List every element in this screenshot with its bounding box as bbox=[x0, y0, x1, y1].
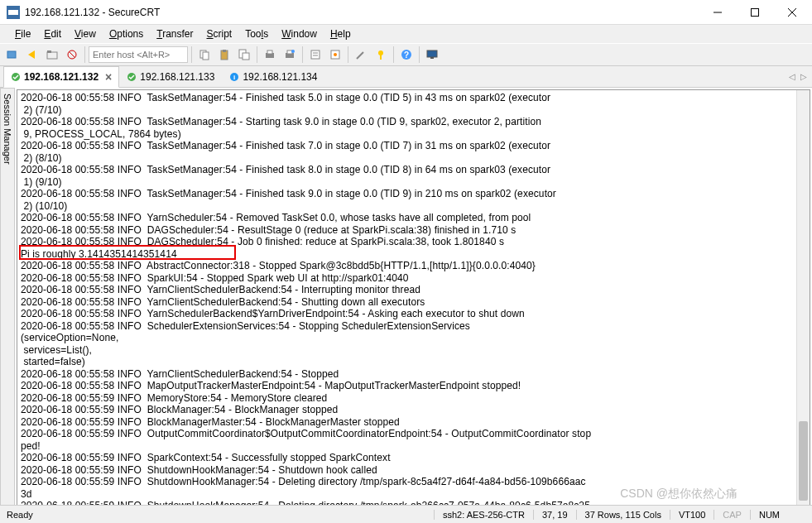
highlight-box bbox=[19, 245, 236, 260]
check-icon bbox=[11, 72, 21, 82]
terminal-line: 2020-06-18 00:55:58 INFO MapOutputTracke… bbox=[21, 380, 806, 392]
terminal[interactable]: 2020-06-18 00:55:58 INFO TaskSetManager:… bbox=[17, 89, 810, 521]
title-bar: 192.168.121.132 - SecureCRT bbox=[0, 0, 812, 25]
menu-edit[interactable]: Edit bbox=[39, 26, 66, 41]
minimize-button[interactable] bbox=[699, 1, 736, 24]
tab-1[interactable]: 192.168.121.133 bbox=[119, 67, 222, 87]
terminal-line: 2020-06-18 00:55:59 INFO OutputCommitCoo… bbox=[21, 428, 806, 440]
menu-transfer[interactable]: Transfer bbox=[151, 26, 198, 41]
tab-prev-icon[interactable]: ◁ bbox=[787, 72, 797, 81]
tab-label: 192.168.121.132 bbox=[24, 71, 98, 83]
menu-script[interactable]: Script bbox=[202, 26, 238, 41]
print-screen-icon[interactable] bbox=[281, 46, 299, 64]
svg-rect-17 bbox=[243, 53, 249, 60]
tab-0[interactable]: 192.168.121.132 × bbox=[3, 66, 119, 88]
terminal-line: 2020-06-18 00:55:58 INFO AbstractConnect… bbox=[21, 260, 806, 272]
svg-point-22 bbox=[291, 50, 295, 53]
terminal-line: 9, PROCESS_LOCAL, 7864 bytes) bbox=[21, 128, 806, 141]
tab-close-icon[interactable]: × bbox=[105, 70, 112, 84]
svg-rect-29 bbox=[380, 55, 382, 60]
terminal-line: 2020-06-18 00:55:59 INFO MemoryStore:54 … bbox=[21, 392, 806, 405]
toolbar: ? bbox=[0, 43, 812, 66]
terminal-line: 2020-06-18 00:55:58 INFO YarnClientSched… bbox=[21, 368, 806, 381]
svg-rect-33 bbox=[430, 57, 434, 59]
host-input[interactable] bbox=[89, 46, 188, 63]
status-term: VT100 bbox=[670, 510, 714, 520]
terminal-line: 2020-06-18 00:55:59 INFO ShutdownHookMan… bbox=[21, 464, 806, 477]
menu-help[interactable]: Help bbox=[325, 26, 356, 41]
maximize-button[interactable] bbox=[736, 1, 773, 24]
svg-point-27 bbox=[334, 53, 337, 56]
svg-rect-8 bbox=[47, 52, 57, 59]
tab-next-icon[interactable]: ▷ bbox=[799, 72, 809, 81]
terminal-line: 2020-06-18 00:55:58 INFO YarnScheduler:5… bbox=[21, 212, 806, 224]
reconnect-icon[interactable] bbox=[63, 46, 81, 64]
terminal-line: 2) (7/10) bbox=[21, 104, 806, 117]
menu-tools[interactable]: Tools bbox=[240, 26, 273, 41]
connect-tab-icon[interactable] bbox=[43, 46, 61, 64]
menu-window[interactable]: Window bbox=[276, 26, 322, 41]
quick-connect-icon[interactable] bbox=[23, 46, 41, 64]
scrollbar-thumb[interactable] bbox=[799, 421, 808, 501]
terminal-line: started=false) bbox=[21, 356, 806, 368]
app-icon bbox=[7, 6, 20, 19]
terminal-line: 2020-06-18 00:55:58 INFO TaskSetManager:… bbox=[21, 92, 806, 104]
svg-rect-7 bbox=[7, 51, 16, 58]
terminal-line: 2) (10/10) bbox=[21, 200, 806, 213]
terminal-line: 2020-06-18 00:55:58 INFO TaskSetManager:… bbox=[21, 164, 806, 176]
tabs-row: 192.168.121.132 × 192.168.121.133 i 192.… bbox=[0, 66, 812, 88]
svg-rect-15 bbox=[223, 50, 226, 52]
status-cap: CAP bbox=[714, 510, 750, 520]
tools-icon[interactable] bbox=[352, 46, 370, 64]
svg-text:i: i bbox=[233, 74, 235, 81]
check-icon bbox=[127, 72, 137, 82]
terminal-line: 2020-06-18 00:55:58 INFO SchedulerExtens… bbox=[21, 320, 806, 333]
keymap-icon[interactable] bbox=[372, 46, 390, 64]
paste-icon[interactable] bbox=[215, 46, 233, 64]
status-num: NUM bbox=[750, 510, 788, 520]
terminal-line: 2020-06-18 00:55:58 INFO TaskSetManager:… bbox=[21, 188, 806, 200]
tab-2[interactable]: i 192.168.121.134 bbox=[222, 67, 324, 87]
watermark: CSDN @想你依然心痛 bbox=[620, 487, 738, 501]
svg-rect-23 bbox=[311, 50, 320, 59]
menu-bar: File Edit View Options Transfer Script T… bbox=[0, 25, 812, 43]
terminal-line: ped! bbox=[21, 440, 806, 453]
svg-rect-19 bbox=[267, 50, 272, 54]
session-manager-tab[interactable]: Session Manager bbox=[0, 88, 15, 522]
menu-file[interactable]: File bbox=[10, 26, 36, 41]
terminal-line: 2020-06-18 00:55:58 INFO SparkUI:54 - St… bbox=[21, 272, 806, 285]
find-icon[interactable] bbox=[235, 46, 253, 64]
svg-rect-4 bbox=[751, 8, 758, 16]
copy-icon[interactable] bbox=[195, 46, 214, 64]
terminal-line: 2020-06-18 00:55:58 INFO YarnSchedulerBa… bbox=[21, 308, 806, 320]
connect-icon[interactable] bbox=[3, 46, 22, 64]
menu-view[interactable]: View bbox=[70, 26, 101, 41]
terminal-line: 2020-06-18 00:55:58 INFO YarnClientSched… bbox=[21, 296, 806, 309]
terminal-line: 2020-06-18 00:55:58 INFO YarnClientSched… bbox=[21, 284, 806, 296]
svg-rect-9 bbox=[47, 50, 51, 53]
svg-rect-13 bbox=[203, 52, 209, 60]
help-icon[interactable]: ? bbox=[397, 46, 416, 64]
menu-options[interactable]: Options bbox=[104, 26, 148, 41]
info-icon: i bbox=[229, 72, 239, 82]
close-button[interactable] bbox=[773, 1, 810, 24]
terminal-line: 2020-06-18 00:55:58 INFO TaskSetManager:… bbox=[21, 116, 806, 128]
terminal-line: 2020-06-18 00:55:59 INFO BlockManagerMas… bbox=[21, 416, 806, 429]
terminal-line: 2020-06-18 00:55:59 INFO BlockManager:54… bbox=[21, 404, 806, 416]
window-title: 192.168.121.132 - SecureCRT bbox=[25, 7, 699, 18]
scrollbar-vertical[interactable] bbox=[796, 90, 810, 520]
terminal-line: 2) (8/10) bbox=[21, 152, 806, 165]
svg-text:?: ? bbox=[404, 50, 409, 60]
terminal-line: 2020-06-18 00:55:59 INFO SparkContext:54… bbox=[21, 452, 806, 464]
print-icon[interactable] bbox=[261, 46, 279, 64]
status-pos: 37, 19 bbox=[533, 510, 576, 520]
status-cipher: ssh2: AES-256-CTR bbox=[434, 510, 533, 520]
main-area: Session Manager 2020-06-18 00:55:58 INFO… bbox=[0, 88, 812, 522]
tab-label: 192.168.121.133 bbox=[140, 71, 214, 83]
status-size: 37 Rows, 115 Cols bbox=[576, 510, 670, 520]
monitor-icon[interactable] bbox=[423, 46, 441, 64]
properties-icon[interactable] bbox=[306, 46, 324, 64]
session-options-icon[interactable] bbox=[326, 46, 344, 64]
terminal-line: services=List(), bbox=[21, 344, 806, 357]
terminal-line: 2020-06-18 00:55:58 INFO DAGScheduler:54… bbox=[21, 224, 806, 237]
